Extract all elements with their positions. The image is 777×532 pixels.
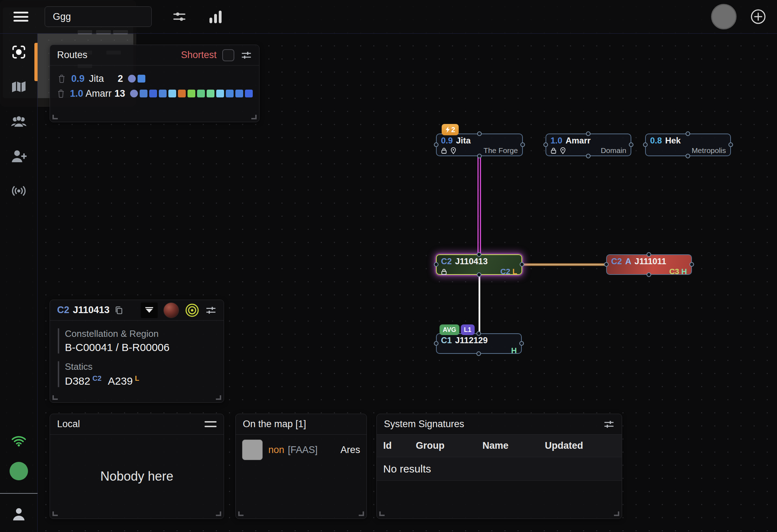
lightning-icon <box>445 126 450 133</box>
route-origin-dot <box>130 90 138 97</box>
connection-status-icon <box>0 428 38 453</box>
triangle-down-icon <box>145 307 154 314</box>
map-name: Ggg <box>53 11 71 22</box>
route-segment <box>168 90 176 97</box>
sidebar-item-broadcast[interactable] <box>0 178 38 204</box>
system-settings-icon[interactable] <box>205 305 217 315</box>
resize-handle[interactable] <box>52 395 58 400</box>
route-segment <box>140 90 147 97</box>
routes-title: Routes <box>57 50 181 61</box>
connector-anchor[interactable] <box>629 142 633 147</box>
broadcast-icon <box>10 185 28 197</box>
add-icon[interactable] <box>750 9 766 25</box>
local-empty-text: Nobody here <box>50 435 224 518</box>
routes-panel: Routes Shortest 0.9 Jita 2 <box>50 45 259 122</box>
pin-icon <box>560 147 566 154</box>
route-segment <box>235 90 243 97</box>
sidebar-item-add-character[interactable] <box>0 143 38 169</box>
map-icon <box>11 80 27 94</box>
route-mode-checkbox[interactable] <box>222 49 234 61</box>
connector-anchor[interactable] <box>689 262 694 267</box>
connector-anchor[interactable] <box>647 252 651 257</box>
on-the-map-panel: On the map [1] non [FAAS] Ares <box>235 414 367 519</box>
resize-handle[interactable] <box>614 511 619 516</box>
connector-anchor[interactable] <box>586 154 591 158</box>
delete-route-icon[interactable] <box>56 74 67 83</box>
connector-anchor[interactable] <box>434 142 438 147</box>
connector-anchor[interactable] <box>434 341 438 346</box>
connector-anchor[interactable] <box>519 341 524 346</box>
system-node-j110413-selected[interactable]: C2 J110413 C2L <box>436 254 522 275</box>
signatures-table-header: Id Group Name Updated <box>377 435 622 457</box>
system-signatures-panel: System Signatures Id Group Name Updated … <box>376 414 622 519</box>
system-node-jita[interactable]: 2 0.9 Jita The Forge <box>436 134 523 156</box>
route-mode-label[interactable]: Shortest <box>181 50 217 61</box>
connector-anchor[interactable] <box>647 272 651 277</box>
pilot-row[interactable]: non [FAAS] Ares <box>236 435 367 465</box>
sidebar-item-maps[interactable] <box>0 74 38 100</box>
wifi-icon <box>11 435 27 447</box>
connector-anchor[interactable] <box>643 142 648 147</box>
connector-anchor[interactable] <box>604 262 609 267</box>
activity-chart-icon[interactable] <box>207 9 224 24</box>
connector-anchor[interactable] <box>434 262 438 267</box>
effect-radar-icon[interactable] <box>185 303 200 318</box>
connector-anchor[interactable] <box>686 154 690 158</box>
connection-j110413-j111011[interactable] <box>522 263 607 266</box>
pilot-corp: [FAAS] <box>288 445 318 455</box>
collapse-button[interactable] <box>141 302 158 318</box>
resize-handle[interactable] <box>238 511 244 516</box>
sidebar-item-tracking[interactable] <box>0 39 38 65</box>
map-settings-icon[interactable] <box>171 9 188 24</box>
resize-handle[interactable] <box>216 511 221 516</box>
resize-handle[interactable] <box>216 395 221 400</box>
connector-anchor[interactable] <box>476 331 481 336</box>
system-node-hek[interactable]: 0.8 Hek Metropolis <box>645 134 731 156</box>
user-avatar[interactable] <box>711 4 737 29</box>
l1-badge: L1 <box>461 324 475 335</box>
connection-j110413-j112129[interactable] <box>479 274 480 334</box>
resize-handle[interactable] <box>52 511 58 516</box>
route-row-amarr[interactable]: 1.0 Amarr 13 <box>56 86 253 101</box>
connector-anchor[interactable] <box>477 252 481 257</box>
local-menu-icon[interactable] <box>205 421 217 427</box>
connector-anchor[interactable] <box>477 154 482 158</box>
routes-settings-icon[interactable] <box>241 50 252 60</box>
column-id[interactable]: Id <box>383 440 416 451</box>
connector-anchor[interactable] <box>686 131 690 136</box>
local-title: Local <box>57 419 205 430</box>
connector-anchor[interactable] <box>520 262 524 267</box>
route-row-jita[interactable]: 0.9 Jita 2 <box>56 71 253 86</box>
route-origin-security: 1.0 <box>70 88 84 99</box>
people-icon <box>10 115 27 128</box>
column-group[interactable]: Group <box>416 440 482 451</box>
resize-handle[interactable] <box>251 115 257 119</box>
system-node-amarr[interactable]: 1.0 Amarr Domain <box>546 134 631 156</box>
system-node-j112129[interactable]: AVG L1 C1 J112129 H <box>436 333 522 354</box>
menu-icon[interactable] <box>11 10 31 24</box>
sidebar-item-characters[interactable] <box>0 109 38 134</box>
connector-anchor[interactable] <box>728 142 733 147</box>
pilot-ship: Ares <box>340 445 360 455</box>
connector-anchor[interactable] <box>477 131 482 136</box>
resize-handle[interactable] <box>359 511 364 516</box>
connector-anchor[interactable] <box>477 272 481 277</box>
system-node-j111011[interactable]: C2 A J111011 C3H <box>606 254 692 275</box>
resize-handle[interactable] <box>52 115 58 119</box>
route-destination: Amarr <box>85 88 112 99</box>
route-segment <box>138 75 145 83</box>
resize-handle[interactable] <box>379 511 385 516</box>
column-updated[interactable]: Updated <box>545 440 615 451</box>
map-name-input[interactable]: Ggg <box>45 6 152 27</box>
connector-anchor[interactable] <box>476 351 481 356</box>
signatures-settings-icon[interactable] <box>603 419 615 429</box>
copy-icon[interactable] <box>114 306 123 315</box>
delete-route-icon[interactable] <box>56 89 66 98</box>
connector-anchor[interactable] <box>586 131 591 136</box>
connector-anchor[interactable] <box>520 142 525 147</box>
column-name[interactable]: Name <box>482 440 545 451</box>
connection-jita-j110413[interactable] <box>477 156 481 255</box>
connector-anchor[interactable] <box>543 142 548 147</box>
sidebar-item-profile[interactable] <box>0 502 38 527</box>
system-thumbnail[interactable] <box>163 302 179 318</box>
